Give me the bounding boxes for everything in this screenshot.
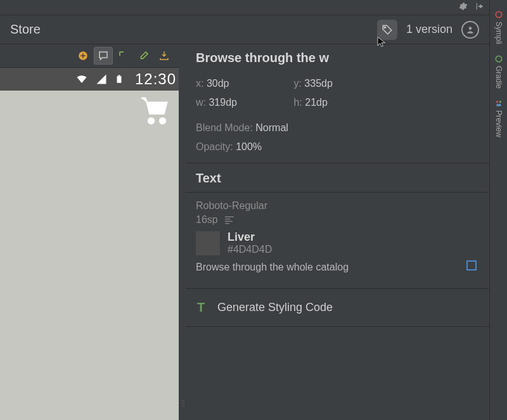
y-value: 335dp xyxy=(304,78,333,89)
panel-top-toolbar xyxy=(0,0,489,15)
h-label: h: xyxy=(293,97,302,108)
device-action-bar xyxy=(0,91,179,132)
generate-styling-code-button[interactable]: T Generate Styling Code xyxy=(186,288,489,327)
rail-sympli[interactable]: Sympli xyxy=(493,6,504,48)
selected-element-name: Browse through the w xyxy=(186,44,489,74)
opacity-value: 100% xyxy=(236,141,262,152)
text-content-value: Browse through the whole catalog xyxy=(196,262,479,273)
status-clock: 12:30 xyxy=(135,70,176,88)
gradle-icon xyxy=(494,54,503,63)
design-canvas-column: 12:30 xyxy=(0,44,181,420)
font-size: 16sp xyxy=(196,214,218,226)
svg-rect-8 xyxy=(225,219,230,219)
svg-point-5 xyxy=(148,118,154,124)
svg-point-0 xyxy=(384,27,385,28)
generate-label: Generate Styling Code xyxy=(217,301,333,314)
rail-gradle[interactable]: Gradle xyxy=(493,51,504,92)
gear-icon[interactable] xyxy=(459,2,468,13)
cart-icon xyxy=(137,94,171,130)
signal-icon xyxy=(96,73,107,85)
rail-sympli-label: Sympli xyxy=(494,22,503,44)
screen-title: Store xyxy=(10,22,41,37)
svg-rect-10 xyxy=(225,223,229,224)
comment-button[interactable] xyxy=(94,47,113,65)
text-section-header: Text xyxy=(186,163,489,193)
rail-preview-label: Preview xyxy=(494,110,503,137)
svg-point-12 xyxy=(496,56,501,61)
opacity-label: Opacity: xyxy=(196,141,233,152)
panel-resize-handle[interactable]: ········ xyxy=(181,44,186,420)
tag-button[interactable] xyxy=(377,20,397,40)
svg-rect-4 xyxy=(118,75,120,77)
copy-icon[interactable] xyxy=(466,260,479,273)
header-row: Store 1 version xyxy=(0,15,489,44)
right-tool-rail: Sympli Gradle Preview xyxy=(489,0,507,420)
svg-point-11 xyxy=(496,11,501,17)
svg-point-6 xyxy=(160,118,165,124)
sympli-icon xyxy=(494,10,503,19)
device-preview[interactable]: 12:30 xyxy=(0,67,179,420)
blend-label: Blend Mode: xyxy=(196,122,253,133)
svg-point-13 xyxy=(496,101,498,103)
version-label[interactable]: 1 version xyxy=(406,23,452,36)
svg-rect-3 xyxy=(117,76,121,82)
x-value: 30dp xyxy=(207,78,229,89)
x-label: x: xyxy=(196,78,203,89)
cursor-icon xyxy=(376,36,387,48)
rail-preview[interactable]: Preview xyxy=(493,95,504,141)
battery-icon xyxy=(115,73,124,86)
w-label: w: xyxy=(196,97,206,108)
inspector-panel: Browse through the w x: 30dp y: 335dp w:… xyxy=(186,44,489,420)
text-type-icon: T xyxy=(196,300,206,315)
user-avatar-button[interactable] xyxy=(461,21,479,39)
color-picker-button[interactable] xyxy=(134,47,153,65)
y-label: y: xyxy=(293,78,301,89)
preview-icon xyxy=(494,99,503,108)
add-button[interactable] xyxy=(74,47,93,65)
hide-panel-icon[interactable] xyxy=(475,2,484,13)
svg-rect-7 xyxy=(225,217,234,217)
align-left-icon xyxy=(224,215,234,224)
color-name: Liver xyxy=(228,231,272,244)
device-status-bar: 12:30 xyxy=(0,68,179,91)
export-button[interactable] xyxy=(155,47,174,65)
svg-rect-9 xyxy=(225,221,233,222)
svg-point-14 xyxy=(499,101,501,103)
color-hex: #4D4D4D xyxy=(228,244,272,255)
svg-rect-15 xyxy=(496,104,501,106)
color-swatch[interactable] xyxy=(196,231,220,255)
ruler-button[interactable] xyxy=(114,47,133,65)
wifi-icon xyxy=(75,73,88,85)
rail-gradle-label: Gradle xyxy=(494,66,503,89)
h-value: 21dp xyxy=(305,97,328,108)
canvas-toolbar xyxy=(0,44,179,67)
w-value: 319dp xyxy=(209,97,237,108)
blend-value: Normal xyxy=(255,122,288,133)
svg-point-1 xyxy=(469,27,472,30)
font-family: Roboto-Regular xyxy=(196,200,479,212)
